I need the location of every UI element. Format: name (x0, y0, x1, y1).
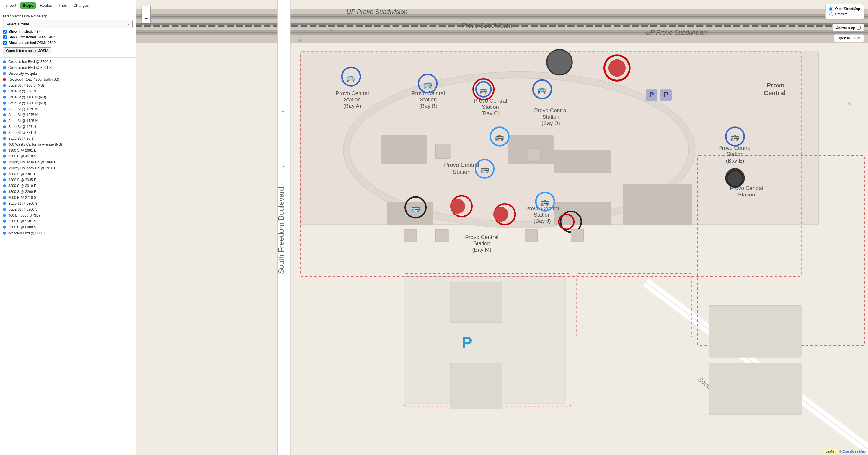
stop-name: State St @ 1185 N (8, 119, 38, 123)
darken-checkbox[interactable] (857, 26, 861, 30)
list-item[interactable]: State St @ 1185 N (0, 118, 135, 124)
show-unmatched-osm-label: Show unmatched OSM: (8, 41, 46, 45)
stop-dot (3, 190, 6, 193)
stop-name: State St @ 6300 S (8, 201, 38, 206)
stop-dot (3, 125, 6, 128)
nav-import[interactable]: Import (3, 2, 19, 8)
list-item[interactable]: University Hospital (0, 70, 135, 77)
open-josm-sidebar-button[interactable]: Open listed stops in JOSM (3, 47, 51, 54)
layer-radio-satellite[interactable] (829, 12, 833, 16)
list-item[interactable]: State St @ 497 N (0, 124, 135, 130)
list-item[interactable]: 3300 S @ 2290 E (0, 189, 135, 195)
stop-dot (3, 60, 6, 63)
list-item[interactable]: 2000 E @ 2710 S (0, 195, 135, 201)
svg-text:Station: Station (542, 114, 559, 120)
list-item[interactable]: 3300 S @ 3301 E (0, 171, 135, 177)
layer-radio-osm[interactable] (829, 7, 833, 11)
svg-rect-105 (709, 305, 801, 357)
list-item[interactable]: State St @ 830 N (0, 88, 135, 94)
svg-text:(Bay J): (Bay J) (533, 218, 551, 224)
show-unmatched-osm-checkbox[interactable] (3, 41, 7, 45)
route-select[interactable]: Select a route (3, 20, 132, 28)
list-item[interactable]: State St @ 1200 N (NB) (0, 100, 135, 106)
stop-dot (3, 96, 6, 99)
stop-dot (3, 208, 6, 211)
layer-option-satellite[interactable]: Satellite (829, 12, 860, 16)
sidebar: Import Stops Routes Trips Changes Filter… (0, 0, 136, 455)
filter-section: Filter matches by Route/Trip Select a ro… (0, 11, 135, 58)
list-item[interactable]: Constitution Blvd @ 3700 S (0, 59, 135, 65)
stop-dot (3, 232, 6, 235)
list-item[interactable]: Wasatch Blvd @ 3305 S (0, 230, 135, 236)
nav-routes[interactable]: Routes (37, 2, 54, 8)
show-matched-checkbox[interactable] (3, 30, 7, 34)
svg-rect-100 (528, 149, 540, 161)
stop-name: State St @ 20 S (8, 137, 34, 141)
list-item[interactable]: 900 E / 5600 S (SB) (0, 212, 135, 218)
svg-text:(Bay B): (Bay B) (419, 103, 438, 109)
list-item[interactable]: State St @ 6200 S (0, 206, 135, 212)
list-item[interactable]: State St @ 6300 S (0, 201, 135, 206)
stop-name: 900 West / California Avenue (NB) (8, 142, 62, 146)
list-item[interactable]: Redwood Road / 700 North (SB) (0, 77, 135, 82)
list-item[interactable]: State St @ 1960 N (0, 106, 135, 112)
zoom-out-button[interactable]: − (142, 15, 150, 23)
stop-name: 3900 S @ 2681 E (8, 148, 36, 152)
list-item[interactable]: State St @ 100 S (NB) (0, 82, 135, 88)
svg-rect-103 (404, 229, 417, 242)
svg-text:×: × (370, 9, 374, 18)
list-item[interactable]: 2300 E @ 4510 S (0, 153, 135, 159)
svg-text:↓: ↓ (281, 160, 285, 169)
list-item[interactable]: 3300 S @ 2035 E (0, 177, 135, 183)
osm-attribution-link[interactable]: OpenStreetMap (843, 450, 866, 453)
list-item[interactable]: State St @ 381 N (0, 130, 135, 136)
list-item[interactable]: State St @ 20 S (0, 136, 135, 142)
list-item[interactable]: 1300 E @ 5581 S (0, 218, 135, 224)
svg-text:Provo Subdivision: Provo Subdivision (462, 22, 513, 29)
svg-text:↓: ↓ (281, 105, 285, 114)
list-item[interactable]: State St @ 1975 N (0, 112, 135, 118)
stop-name: 3300 S @ 2290 E (8, 190, 36, 194)
show-matched-count: 4844 (35, 30, 43, 34)
svg-text:P: P (462, 334, 472, 352)
svg-text:Station: Station (726, 151, 744, 157)
svg-rect-108 (450, 363, 502, 409)
list-item[interactable]: 1300 E @ 6980 S (0, 224, 135, 230)
stop-dot (3, 143, 6, 146)
svg-text:(Bay A): (Bay A) (343, 103, 361, 109)
svg-point-71 (547, 50, 572, 75)
list-item[interactable]: Murray Holladay Rd @ 1910 E (0, 165, 135, 171)
nav-changes[interactable]: Changes (71, 2, 91, 8)
svg-text:×: × (329, 26, 334, 35)
zoom-in-button[interactable]: + (142, 6, 150, 15)
svg-text:Station: Station (344, 96, 361, 103)
stop-dot (3, 220, 6, 223)
open-josm-map-button[interactable]: Open in JOSM (834, 34, 864, 42)
layer-control: OpenStreetMap Satellite (826, 4, 864, 19)
stop-name: 2300 E @ 4510 S (8, 154, 36, 159)
svg-rect-23 (554, 201, 611, 225)
layer-label-satellite: Satellite (835, 12, 848, 16)
list-item[interactable]: State St @ 1100 N (NB) (0, 94, 135, 100)
list-item[interactable]: 3300 S @ 2010 E (0, 183, 135, 189)
list-item[interactable]: Murray Holladay Rd @ 1868 E (0, 159, 135, 165)
nav-stops[interactable]: Stops (20, 2, 36, 8)
stop-dot (3, 178, 6, 181)
show-unmatched-osm-row: Show unmatched OSM: 1512 (3, 41, 132, 45)
stop-name: State St @ 830 N (8, 89, 36, 93)
stop-name: Constitution Blvd @ 3601 S (8, 65, 52, 70)
darken-label: Darken map (836, 25, 855, 30)
stop-name: 900 E / 5600 S (SB) (8, 213, 40, 218)
map-container: + − OpenStreetMap Satellite Darken map O… (136, 0, 868, 455)
svg-text:🚌: 🚌 (480, 165, 490, 174)
stop-name: State St @ 6200 S (8, 207, 38, 211)
svg-text:Station: Station (453, 169, 471, 175)
nav-trips[interactable]: Trips (56, 2, 69, 8)
svg-rect-101 (571, 229, 584, 242)
list-item[interactable]: 3900 S @ 2681 E (0, 147, 135, 153)
show-unmatched-gtfs-checkbox[interactable] (3, 35, 7, 39)
stop-dot (3, 149, 6, 152)
list-item[interactable]: Constitution Blvd @ 3601 S (0, 65, 135, 70)
list-item[interactable]: 900 West / California Avenue (NB) (0, 142, 135, 147)
layer-option-osm[interactable]: OpenStreetMap (829, 7, 860, 11)
